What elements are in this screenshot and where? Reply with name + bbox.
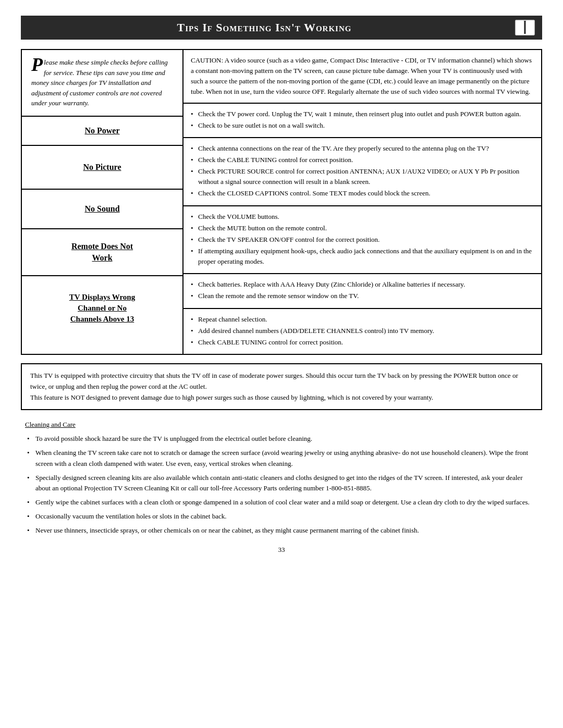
list-item: To avoid possible shock hazard be sure t… <box>25 434 538 445</box>
no-power-list: Check the TV power cord. Unplug the TV, … <box>191 109 534 131</box>
list-item: When cleaning the TV screen take care no… <box>25 448 538 470</box>
list-item: Check the VOLUME buttons. <box>191 212 534 222</box>
list-item: Check the CLOSED CAPTIONS control. Some … <box>191 188 534 199</box>
section-label-no-sound: No Sound <box>22 190 182 229</box>
cleaning-list: To avoid possible shock hazard be sure t… <box>25 434 538 536</box>
section-label-remote: Remote Does Not Work <box>22 229 182 277</box>
section-label-no-picture: No Picture <box>22 146 182 190</box>
list-item: If attempting auxiliary equipment hook-u… <box>191 246 534 267</box>
section-label-tv-displays: TV Displays Wrong Channel or No Channels… <box>22 276 182 340</box>
cleaning-section: Cleaning and Care To avoid possible shoc… <box>21 419 542 536</box>
list-item: Check batteries. Replace with AAA Heavy … <box>191 279 534 290</box>
remote-list: Check batteries. Replace with AAA Heavy … <box>191 279 534 301</box>
list-item: Clean the remote and the remote sensor w… <box>191 291 534 301</box>
no-sound-tips: Check the VOLUME buttons. Check the MUTE… <box>183 206 541 275</box>
list-item: Occasionally vacuum the ventilation hole… <box>25 511 538 522</box>
list-item: Check antenna connections on the rear of… <box>191 143 534 154</box>
no-sound-list: Check the VOLUME buttons. Check the MUTE… <box>191 212 534 267</box>
no-picture-tips: Check antenna connections on the rear of… <box>183 138 541 206</box>
svg-rect-0 <box>516 21 524 34</box>
book-icon-container <box>508 16 542 40</box>
main-content-table: P lease make these simple checks before … <box>21 49 542 355</box>
intro-box: P lease make these simple checks before … <box>22 50 182 117</box>
drop-cap: P <box>31 57 43 72</box>
list-item: Check PICTURE SOURCE control for correct… <box>191 166 534 187</box>
list-item: Specially designed screen cleaning kits … <box>25 473 538 495</box>
list-item: Check the MUTE button on the remote cont… <box>191 223 534 233</box>
list-item: Check CABLE TUNING control for correct p… <box>191 337 534 348</box>
caution-text: CAUTION: A video source (such as a video… <box>191 55 534 97</box>
caution-section: CAUTION: A video source (such as a video… <box>183 50 541 104</box>
list-item: Add desired channel numbers (ADD/DELETE … <box>191 326 534 336</box>
list-item: Repeat channel selection. <box>191 314 534 325</box>
section-label-no-power: No Power <box>22 117 182 146</box>
no-picture-list: Check antenna connections on the rear of… <box>191 143 534 199</box>
cleaning-title: Cleaning and Care <box>25 419 538 430</box>
page-header: Tips If Something Isn't Working <box>21 16 542 40</box>
page-number: 33 <box>21 546 542 554</box>
right-column: CAUTION: A video source (such as a video… <box>183 50 541 354</box>
list-item: Check the CABLE TUNING control for corre… <box>191 155 534 165</box>
book-icon <box>515 20 535 35</box>
list-item: Check the TV SPEAKER ON/OFF control for … <box>191 235 534 245</box>
page-title: Tips If Something Isn't Working <box>21 16 508 40</box>
surge-text: This TV is equipped with protective circ… <box>30 371 533 403</box>
intro-text: lease make these simple checks before ca… <box>31 58 168 107</box>
no-power-tips: Check the TV power cord. Unplug the TV, … <box>183 104 541 138</box>
svg-rect-1 <box>526 21 534 34</box>
list-item: Never use thinners, insecticide sprays, … <box>25 525 538 536</box>
remote-tips: Check batteries. Replace with AAA Heavy … <box>183 274 541 309</box>
list-item: Check the TV power cord. Unplug the TV, … <box>191 109 534 119</box>
left-column: P lease make these simple checks before … <box>22 50 183 354</box>
tv-displays-tips: Repeat channel selection. Add desired ch… <box>183 309 541 354</box>
surge-box: This TV is equipped with protective circ… <box>21 363 542 410</box>
tv-displays-list: Repeat channel selection. Add desired ch… <box>191 314 534 348</box>
list-item: Gently wipe the cabinet surfaces with a … <box>25 497 538 508</box>
list-item: Check to be sure outlet is not on a wall… <box>191 120 534 131</box>
